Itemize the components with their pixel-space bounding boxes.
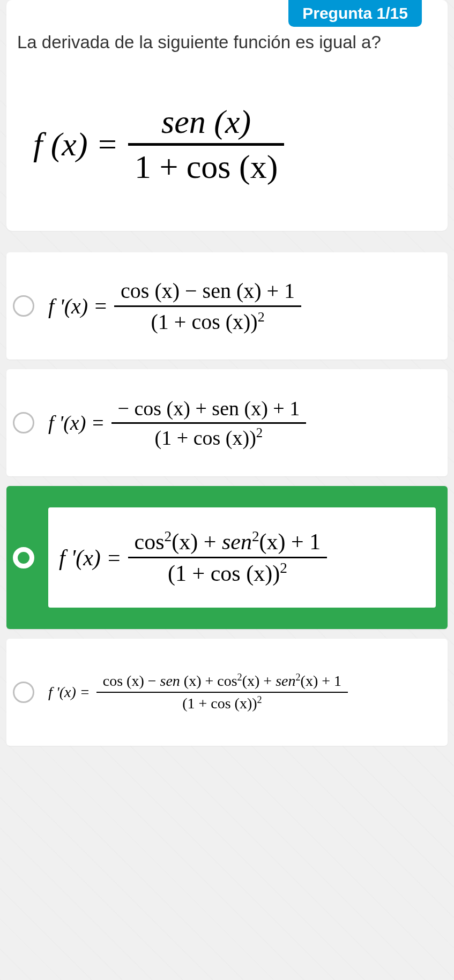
- option-lhs: f '(x) =: [48, 684, 90, 701]
- question-formula: f (x) = sen (x) 1 + cos (x): [17, 101, 437, 188]
- answer-option[interactable]: f '(x) =cos (x) − sen (x) + 1(1 + cos (x…: [6, 252, 448, 360]
- answer-option[interactable]: f '(x) =cos2(x) + sen2(x) + 1(1 + cos (x…: [6, 486, 448, 629]
- option-numerator: cos (x) − sen (x) + 1: [114, 276, 301, 305]
- option-fraction: cos (x) − sen (x) + 1(1 + cos (x))2: [114, 276, 301, 336]
- option-formula: f '(x) =cos2(x) + sen2(x) + 1(1 + cos (x…: [59, 527, 327, 588]
- option-numerator: cos (x) − sen (x) + cos2(x) + sen2(x) + …: [96, 670, 348, 692]
- option-numerator: cos2(x) + sen2(x) + 1: [128, 527, 328, 557]
- question-text: La derivada de la siguiente función es i…: [17, 32, 437, 53]
- option-lhs: f '(x) =: [59, 545, 122, 571]
- option-fraction: cos (x) − sen (x) + cos2(x) + sen2(x) + …: [96, 670, 348, 714]
- option-formula: f '(x) =− cos (x) + sen (x) + 1(1 + cos …: [48, 394, 306, 452]
- option-lhs: f '(x) =: [48, 294, 108, 319]
- answer-option[interactable]: f '(x) =− cos (x) + sen (x) + 1(1 + cos …: [6, 369, 448, 476]
- formula-numerator: sen (x): [155, 101, 257, 143]
- question-card: La derivada de la siguiente función es i…: [6, 0, 448, 231]
- option-lhs: f '(x) =: [48, 411, 105, 435]
- option-fraction: − cos (x) + sen (x) + 1(1 + cos (x))2: [111, 394, 307, 452]
- option-formula: f '(x) =cos (x) − sen (x) + cos2(x) + se…: [48, 670, 348, 714]
- option-content: f '(x) =− cos (x) + sen (x) + 1(1 + cos …: [48, 394, 436, 452]
- radio-icon: [13, 682, 34, 703]
- radio-icon: [13, 547, 34, 568]
- option-numerator: − cos (x) + sen (x) + 1: [111, 394, 307, 422]
- answer-option[interactable]: f '(x) =cos (x) − sen (x) + cos2(x) + se…: [6, 639, 448, 746]
- option-denominator: (1 + cos (x))2: [161, 558, 294, 588]
- option-content: f '(x) =cos2(x) + sen2(x) + 1(1 + cos (x…: [48, 507, 436, 608]
- option-content: f '(x) =cos (x) − sen (x) + cos2(x) + se…: [48, 670, 436, 714]
- formula-lhs: f (x) =: [33, 125, 118, 163]
- option-denominator: (1 + cos (x))2: [145, 307, 271, 336]
- option-formula: f '(x) =cos (x) − sen (x) + 1(1 + cos (x…: [48, 276, 301, 336]
- question-counter-badge: Pregunta 1/15: [288, 0, 422, 27]
- option-fraction: cos2(x) + sen2(x) + 1(1 + cos (x))2: [128, 527, 328, 588]
- options-list: f '(x) =cos (x) − sen (x) + 1(1 + cos (x…: [6, 252, 448, 746]
- radio-icon: [13, 412, 34, 433]
- option-denominator: (1 + cos (x))2: [148, 424, 270, 452]
- radio-icon: [13, 295, 34, 317]
- option-content: f '(x) =cos (x) − sen (x) + 1(1 + cos (x…: [48, 276, 436, 336]
- option-denominator: (1 + cos (x))2: [176, 693, 269, 714]
- formula-fraction: sen (x) 1 + cos (x): [128, 101, 284, 188]
- formula-denominator: 1 + cos (x): [128, 146, 284, 188]
